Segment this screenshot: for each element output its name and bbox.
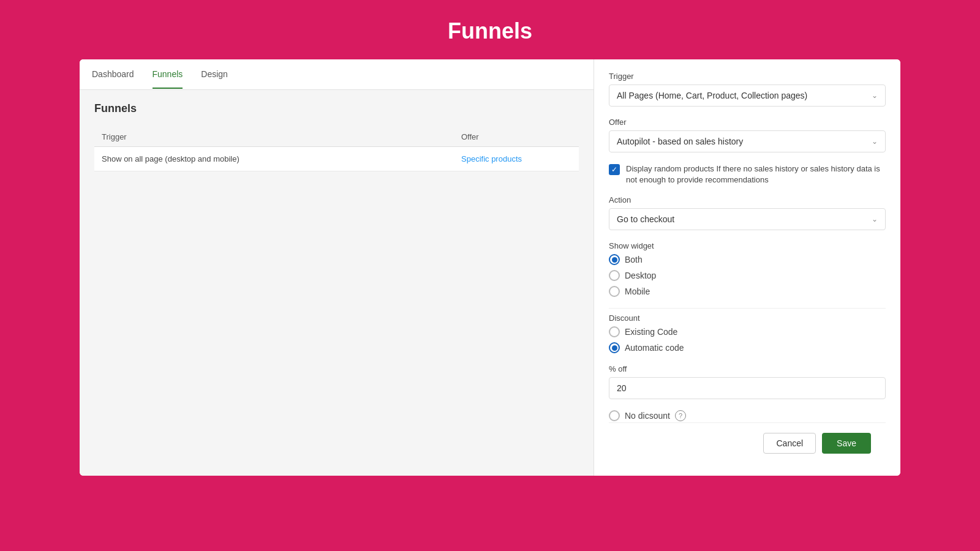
funnels-section-title: Funnels <box>94 102 579 115</box>
radio-desktop-label: Desktop <box>625 271 656 280</box>
tab-dashboard[interactable]: Dashboard <box>92 61 134 89</box>
discount-field-group: Discount Existing Code Automatic code <box>609 313 886 353</box>
radio-both-inner <box>612 257 617 263</box>
random-products-label: Display random products If there no sale… <box>626 163 886 186</box>
radio-automatic-outer <box>609 342 620 353</box>
offer-select[interactable]: Autopilot - based on sales history ⌄ <box>609 130 886 152</box>
trigger-select[interactable]: All Pages (Home, Cart, Product, Collecti… <box>609 84 886 107</box>
offer-field-group: Offer Autopilot - based on sales history… <box>609 118 886 152</box>
offer-select-display: Autopilot - based on sales history <box>609 131 885 152</box>
no-discount-row[interactable]: No dicsount ? <box>609 410 886 421</box>
table-row[interactable]: Show on all page (desktop and mobile) Sp… <box>94 147 579 171</box>
divider <box>609 308 886 309</box>
main-card: Dashboard Funnels Design Funnels Trigger… <box>80 59 900 476</box>
action-select[interactable]: Go to checkout ⌄ <box>609 208 886 230</box>
cancel-button[interactable]: Cancel <box>763 433 816 454</box>
action-select-display: Go to checkout <box>609 209 885 230</box>
right-panel-inner: Trigger All Pages (Home, Cart, Product, … <box>609 72 886 463</box>
trigger-header: Trigger <box>102 132 461 141</box>
show-widget-radio-group: Both Desktop Mobile <box>609 254 886 297</box>
offer-chevron-icon: ⌄ <box>872 137 878 146</box>
discount-existing-code[interactable]: Existing Code <box>609 326 886 337</box>
radio-existing-outer <box>609 326 620 337</box>
radio-mobile-outer <box>609 286 620 297</box>
radio-automatic-inner <box>612 345 617 351</box>
radio-desktop-outer <box>609 270 620 281</box>
action-field-group: Action Go to checkout ⌄ <box>609 195 886 230</box>
right-panel: Trigger All Pages (Home, Cart, Product, … <box>594 59 900 476</box>
page-title: Funnels <box>448 0 532 59</box>
radio-existing-label: Existing Code <box>625 327 677 337</box>
percent-off-label: % off <box>609 364 886 373</box>
show-widget-label: Show widget <box>609 241 886 250</box>
show-widget-field-group: Show widget Both Desktop <box>609 241 886 297</box>
show-widget-both[interactable]: Both <box>609 254 886 265</box>
trigger-cell: Show on all page (desktop and mobile) <box>102 154 461 163</box>
radio-mobile-label: Mobile <box>625 287 650 296</box>
discount-radio-group: Existing Code Automatic code <box>609 326 886 353</box>
radio-no-discount-outer <box>609 410 620 421</box>
help-icon[interactable]: ? <box>675 410 686 421</box>
trigger-field-group: Trigger All Pages (Home, Cart, Product, … <box>609 72 886 107</box>
save-button[interactable]: Save <box>822 433 871 454</box>
left-panel: Dashboard Funnels Design Funnels Trigger… <box>80 59 594 476</box>
radio-automatic-label: Automatic code <box>625 343 684 353</box>
checkmark-icon: ✓ <box>611 165 617 174</box>
percent-off-input[interactable] <box>609 377 886 399</box>
footer-buttons: Cancel Save <box>609 422 886 463</box>
tab-design[interactable]: Design <box>201 61 228 89</box>
radio-both-label: Both <box>625 255 643 264</box>
percent-off-field-group: % off <box>609 364 886 399</box>
random-products-checkbox[interactable]: ✓ <box>609 164 620 175</box>
discount-automatic-code[interactable]: Automatic code <box>609 342 886 353</box>
action-label: Action <box>609 195 886 204</box>
trigger-chevron-icon: ⌄ <box>872 91 878 100</box>
radio-both-outer <box>609 254 620 265</box>
offer-label: Offer <box>609 118 886 127</box>
offer-header: Offer <box>461 132 571 141</box>
offer-cell: Specific products <box>461 154 571 163</box>
show-widget-desktop[interactable]: Desktop <box>609 270 886 281</box>
discount-label: Discount <box>609 313 886 323</box>
random-products-checkbox-row[interactable]: ✓ Display random products If there no sa… <box>609 163 886 186</box>
action-chevron-icon: ⌄ <box>872 215 878 223</box>
left-content: Funnels Trigger Offer Show on all page (… <box>80 90 594 184</box>
table-header: Trigger Offer <box>94 127 579 147</box>
show-widget-mobile[interactable]: Mobile <box>609 286 886 297</box>
right-scrollable: Trigger All Pages (Home, Cart, Product, … <box>609 72 886 422</box>
nav-tabs: Dashboard Funnels Design <box>80 59 594 90</box>
trigger-select-display: All Pages (Home, Cart, Product, Collecti… <box>609 85 885 106</box>
tab-funnels[interactable]: Funnels <box>153 61 183 89</box>
trigger-label: Trigger <box>609 72 886 81</box>
no-discount-label: No dicsount <box>625 411 670 421</box>
